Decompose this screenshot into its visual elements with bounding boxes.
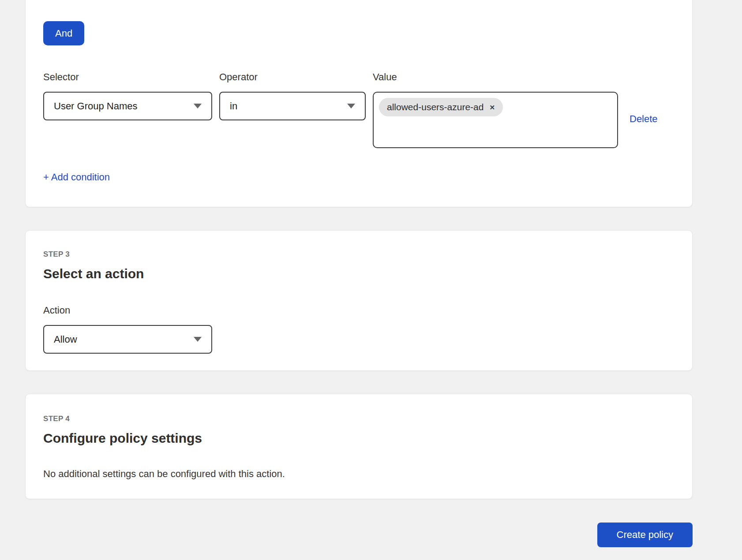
delete-condition-link[interactable]: Delete [630, 113, 658, 124]
step3-label: STEP 3 [43, 250, 675, 259]
and-connector-button[interactable]: And [43, 21, 84, 45]
select-action-card: STEP 3 Select an action Action Allow [25, 230, 693, 371]
add-condition-wrap: + Add condition [43, 172, 675, 183]
operator-label: Operator [219, 72, 366, 82]
create-policy-button[interactable]: Create policy [597, 523, 693, 547]
operator-dropdown-value: in [230, 101, 237, 112]
action-dropdown[interactable]: Allow [43, 325, 212, 354]
policy-settings-title: Configure policy settings [43, 432, 675, 445]
tag-remove-icon[interactable]: ✕ [489, 104, 495, 111]
add-condition-link[interactable]: + Add condition [43, 172, 110, 183]
operator-dropdown[interactable]: in [219, 92, 366, 120]
value-tag-text: allowed-users-azure-ad [387, 102, 483, 112]
condition-card: And Selector User Group Names Operator i… [25, 0, 693, 207]
policy-settings-card: STEP 4 Configure policy settings No addi… [25, 394, 693, 499]
value-tag: allowed-users-azure-ad ✕ [379, 98, 503, 116]
selector-label: Selector [43, 72, 212, 82]
step4-label: STEP 4 [43, 414, 675, 423]
chevron-down-icon [194, 104, 202, 108]
chevron-down-icon [194, 337, 202, 342]
select-action-title: Select an action [43, 267, 675, 280]
delete-link-wrap: Delete [630, 113, 658, 125]
chevron-down-icon [347, 104, 355, 108]
selector-field: Selector User Group Names [43, 72, 212, 120]
policy-settings-note: No additional settings can be configured… [43, 469, 675, 479]
value-field: Value allowed-users-azure-ad ✕ [373, 72, 618, 148]
action-dropdown-value: Allow [54, 334, 77, 345]
condition-row: Selector User Group Names Operator in Va… [43, 72, 675, 148]
selector-dropdown[interactable]: User Group Names [43, 92, 212, 120]
value-multiselect-input[interactable]: allowed-users-azure-ad ✕ [373, 92, 618, 148]
action-field: Action Allow [43, 305, 675, 354]
selector-dropdown-value: User Group Names [54, 101, 138, 112]
operator-field: Operator in [219, 72, 366, 120]
policy-builder-page: And Selector User Group Names Operator i… [0, 0, 693, 547]
action-label: Action [43, 305, 675, 316]
footer-actions: Create policy [25, 523, 693, 547]
value-label: Value [373, 72, 618, 82]
